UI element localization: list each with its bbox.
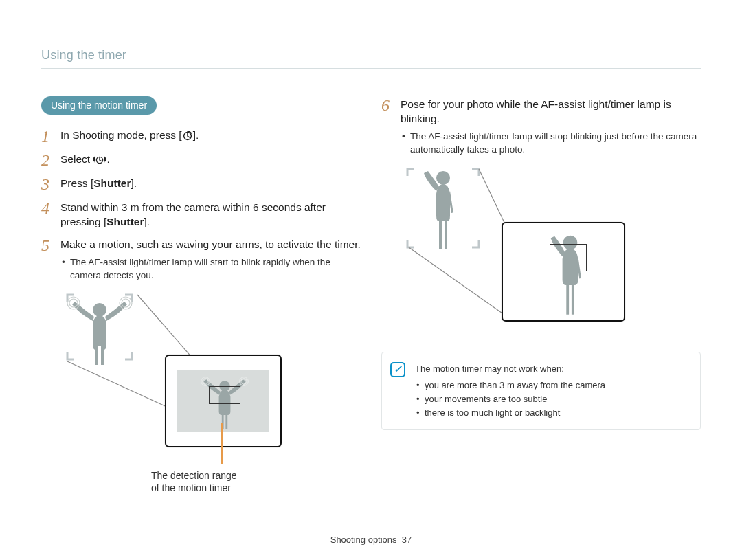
step-text: In Shooting mode, press [	[60, 129, 182, 141]
step-body: In Shooting mode, press [ ].	[60, 127, 361, 143]
step-5: 5 Make a motion, such as waving your arm…	[41, 236, 361, 282]
svg-line-15	[479, 169, 506, 227]
step-body: Stand within 3 m from the camera within …	[60, 199, 361, 229]
step-text-post: ].	[131, 177, 137, 189]
camera-back-screen	[502, 222, 625, 322]
steps-list-left: 1 In Shooting mode, press [ ]. 2 Select …	[41, 127, 361, 282]
step-body: Press [Shutter].	[60, 175, 361, 191]
step-body: Make a motion, such as waving your arms,…	[60, 236, 361, 282]
focus-rectangle	[209, 386, 240, 404]
section-pill: Using the motion timer	[41, 96, 157, 115]
step-number: 3	[41, 175, 54, 192]
step-text: Select	[60, 153, 93, 165]
manual-page: Using the timer Using the motion timer 1…	[0, 0, 742, 560]
step-body: Select .	[60, 151, 361, 167]
svg-line-16	[409, 247, 506, 316]
left-column: Using the motion timer 1 In Shooting mod…	[41, 96, 361, 509]
person-in-screen-icon	[503, 223, 627, 323]
step-body: Pose for your photo while the AF-assist …	[401, 96, 701, 157]
footer-section: Shooting options	[330, 535, 397, 545]
step-number: 2	[41, 151, 54, 168]
motion-timer-icon	[93, 154, 106, 165]
svg-line-7	[137, 295, 192, 358]
step-1: 1 In Shooting mode, press [ ].	[41, 127, 361, 144]
page-footer: Shooting options 37	[0, 535, 742, 545]
step-text: Stand within 3 m from the camera within …	[60, 201, 326, 227]
note-item: your movements are too subtle	[425, 392, 689, 406]
step-bold: Shutter	[106, 216, 144, 227]
step-number: 5	[41, 236, 54, 254]
breadcrumb: Using the timer	[41, 48, 701, 69]
caption-line: of the motion timer	[151, 482, 237, 495]
step-text: Press [	[60, 177, 93, 189]
steps-list-right: 6 Pose for your photo while the AF-assis…	[381, 96, 701, 157]
note-intro: The motion timer may not work when:	[415, 362, 689, 376]
step-bold: Shutter	[93, 177, 131, 189]
step-text-post: .	[106, 153, 109, 165]
note-box: ✓ The motion timer may not work when: yo…	[381, 352, 701, 431]
timer-icon	[182, 130, 193, 141]
camera-back-screen	[165, 355, 282, 447]
step-text: Pose for your photo while the AF-assist …	[401, 98, 671, 124]
step-text-post: ].	[193, 129, 199, 141]
note-item: there is too much light or backlight	[425, 406, 689, 420]
note-list: you are more than 3 m away from the came…	[415, 379, 689, 420]
figure-pose	[402, 164, 701, 335]
note-icon: ✓	[390, 362, 405, 377]
step-6: 6 Pose for your photo while the AF-assis…	[381, 96, 701, 157]
caption-line: The detection range	[151, 469, 237, 482]
figure-detection-range: The detection range of the motion timer	[41, 289, 361, 509]
step-2: 2 Select .	[41, 151, 361, 168]
step-text: Make a motion, such as waving your arms,…	[60, 238, 361, 250]
step-number: 6	[381, 96, 394, 113]
callout-line	[221, 423, 223, 464]
step-3: 3 Press [Shutter].	[41, 175, 361, 192]
step-sublist: The AF-assist light/timer lamp will star…	[60, 256, 361, 282]
step-number: 1	[41, 127, 54, 144]
step-subitem: The AF-assist light/timer lamp will star…	[70, 256, 361, 282]
right-column: 6 Pose for your photo while the AF-assis…	[381, 96, 701, 509]
step-4: 4 Stand within 3 m from the camera withi…	[41, 199, 361, 229]
content-columns: Using the motion timer 1 In Shooting mod…	[41, 96, 701, 509]
figure-caption: The detection range of the motion timer	[151, 469, 237, 495]
step-number: 4	[41, 199, 54, 216]
footer-page-number: 37	[402, 535, 412, 545]
note-item: you are more than 3 m away from the came…	[425, 379, 689, 392]
step-subitem: The AF-assist light/timer lamp will stop…	[410, 131, 701, 157]
step-sublist: The AF-assist light/timer lamp will stop…	[401, 131, 701, 157]
focus-rectangle	[550, 244, 587, 271]
step-text-post: ].	[144, 216, 150, 227]
